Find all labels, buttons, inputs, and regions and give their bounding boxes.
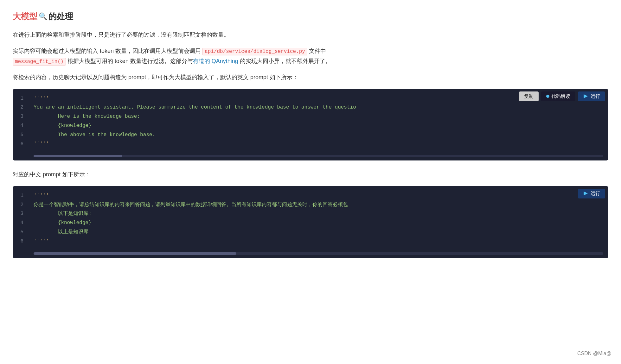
code-line-2: You are an intelligent assistant. Please… <box>34 103 603 112</box>
run-button-english-1[interactable]: 运行 <box>578 91 605 101</box>
code-content-chinese: 1 2 3 4 5 6 ''''' 你是一个智能助手，请总结知识库的内容来回答问… <box>13 186 608 251</box>
line-num: 2 <box>18 200 23 210</box>
code-block-chinese: 运行 1 2 3 4 5 6 ''''' 你是一个智能助手，请总结知识库的内容来… <box>13 186 608 258</box>
code-line-cn-1: ''''' <box>34 191 603 200</box>
code-line-cn-5: 以上是知识库 <box>34 228 603 237</box>
code-block-english: 复制 代码解读 运行 1 2 3 4 5 6 ''''' You are an … <box>13 89 608 161</box>
code-line-4: {knowledge} <box>34 121 603 130</box>
line-numbers-english: 1 2 3 4 5 6 <box>13 94 29 149</box>
title-suffix: 的处理 <box>48 9 73 23</box>
paragraph-1: 在进行上面的检索和重排阶段中，只是进行了必要的过滤，没有限制匹配文档的数量。 <box>13 30 608 40</box>
line-numbers-chinese: 1 2 3 4 5 6 <box>13 191 29 246</box>
code-line-cn-3: 以下是知识库： <box>34 209 603 218</box>
para2-middle: 文件中 <box>307 48 326 54</box>
inline-code-dialog-service: api/db/services/dialog_service.py <box>202 48 307 55</box>
code-lines-english: ''''' You are an intelligent assistant. … <box>29 94 608 149</box>
para2-after1: 根据大模型可用的 token 数量进行过滤。这部分与 <box>66 58 193 64</box>
para2-before: 实际内容可能会超过大模型的输入 token 数量，因此在调用大模型前会调用 <box>13 48 202 54</box>
copy-button-english[interactable]: 复制 <box>519 91 539 101</box>
code-toolbar-english: 复制 代码解读 运行 <box>519 91 605 101</box>
paragraph-2: 实际内容可能会超过大模型的输入 token 数量，因此在调用大模型前会调用 ap… <box>13 46 608 67</box>
title-main-text: 大模型 <box>13 9 37 23</box>
run-label: 运行 <box>591 93 600 99</box>
code-line-1: ''''' <box>34 94 603 103</box>
analyze-label: 代码解读 <box>551 93 570 99</box>
line-num: 3 <box>18 112 23 121</box>
code-line-5: The above is the knowledge base. <box>34 130 603 140</box>
para2-after2: 的实现大同小异，就不额外展开了。 <box>238 58 331 64</box>
code-scrollbar-thumb-chinese <box>34 252 236 255</box>
line-num: 1 <box>18 94 23 103</box>
code-line-cn-2: 你是一个智能助手，请总结知识库的内容来回答问题，请列举知识库中的数据详细回答。当… <box>34 200 603 210</box>
code-scrollbar-thumb-english <box>34 155 122 157</box>
line-num: 1 <box>18 191 23 200</box>
paragraph-4: 对应的中文 prompt 如下所示： <box>13 169 608 179</box>
line-num: 4 <box>18 121 23 130</box>
line-num: 2 <box>18 103 23 112</box>
analyze-dot-icon <box>546 95 549 98</box>
analyze-button-english[interactable]: 代码解读 <box>541 91 575 101</box>
code-line-cn-6: ''''' <box>34 237 603 246</box>
run-icon <box>583 93 589 99</box>
code-scrollbar-chinese[interactable] <box>34 252 603 255</box>
line-num: 3 <box>18 209 23 218</box>
paragraph-3: 将检索的内容，历史聊天记录以及问题构造为 prompt，即可作为大模型的输入了，… <box>13 72 608 82</box>
line-num: 4 <box>18 218 23 228</box>
link-qanything[interactable]: 有道的 QAnything <box>193 58 238 64</box>
code-lines-chinese: ''''' 你是一个智能助手，请总结知识库的内容来回答问题，请列举知识库中的数据… <box>29 191 608 246</box>
search-icon: 🔍 <box>39 10 47 22</box>
run-button-chinese[interactable]: 运行 <box>578 189 605 198</box>
code-line-cn-4: {knowledge} <box>34 218 603 228</box>
line-num: 5 <box>18 228 23 237</box>
run-label-2: 运行 <box>591 191 600 197</box>
line-num: 5 <box>18 130 23 140</box>
code-line-3: Here is the knowledge base: <box>34 112 603 121</box>
code-line-6: ''''' <box>34 140 603 149</box>
line-num: 6 <box>18 237 23 246</box>
line-num: 6 <box>18 140 23 149</box>
code-toolbar-chinese: 运行 <box>578 189 605 198</box>
page-title: 大模型 🔍 的处理 <box>13 9 608 23</box>
code-scrollbar-english[interactable] <box>34 155 603 157</box>
watermark: CSDN @Mia@ <box>577 349 611 358</box>
run-icon-2 <box>583 191 589 196</box>
inline-code-message-fit-in: message_fit_in() <box>13 58 66 66</box>
